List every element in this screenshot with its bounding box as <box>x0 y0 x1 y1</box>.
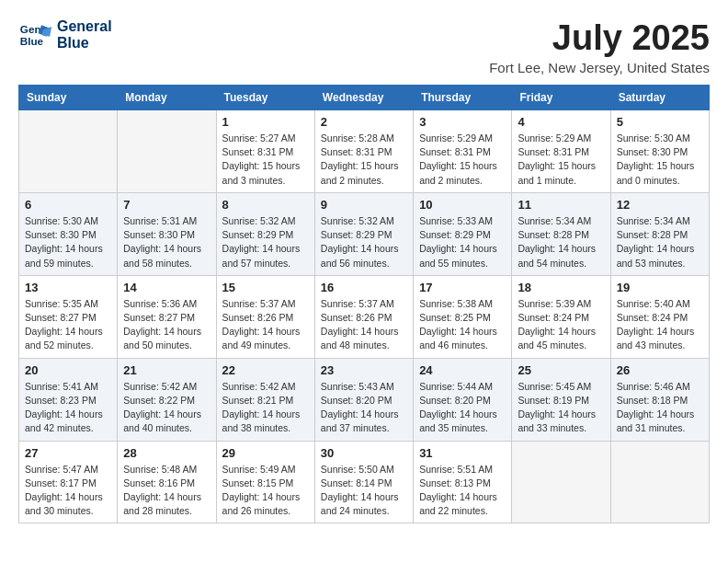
logo-text: GeneralBlue <box>57 18 112 51</box>
day-info: Sunrise: 5:33 AM Sunset: 8:29 PM Dayligh… <box>419 214 506 270</box>
day-number: 18 <box>518 281 604 294</box>
calendar-table: SundayMondayTuesdayWednesdayThursdayFrid… <box>18 85 710 523</box>
day-number: 20 <box>25 363 111 377</box>
day-info: Sunrise: 5:30 AM Sunset: 8:30 PM Dayligh… <box>617 132 703 188</box>
calendar-cell: 23Sunrise: 5:43 AM Sunset: 8:20 PM Dayli… <box>314 358 413 441</box>
day-info: Sunrise: 5:44 AM Sunset: 8:20 PM Dayligh… <box>419 380 506 436</box>
calendar-cell: 2Sunrise: 5:28 AM Sunset: 8:31 PM Daylig… <box>314 110 413 193</box>
calendar-cell: 11Sunrise: 5:34 AM Sunset: 8:28 PM Dayli… <box>512 192 610 275</box>
day-number: 10 <box>419 198 506 212</box>
day-info: Sunrise: 5:32 AM Sunset: 8:29 PM Dayligh… <box>222 214 309 270</box>
day-info: Sunrise: 5:47 AM Sunset: 8:17 PM Dayligh… <box>25 463 111 519</box>
day-info: Sunrise: 5:31 AM Sunset: 8:30 PM Dayligh… <box>123 214 210 270</box>
logo: General Blue GeneralBlue <box>18 18 112 52</box>
day-number: 21 <box>123 363 210 377</box>
calendar-cell <box>19 110 118 193</box>
day-info: Sunrise: 5:40 AM Sunset: 8:24 PM Dayligh… <box>617 297 703 353</box>
weekday-header-monday: Monday <box>118 86 216 110</box>
day-info: Sunrise: 5:48 AM Sunset: 8:16 PM Dayligh… <box>123 463 210 519</box>
calendar-cell: 13Sunrise: 5:35 AM Sunset: 8:27 PM Dayli… <box>19 275 118 358</box>
day-info: Sunrise: 5:42 AM Sunset: 8:21 PM Dayligh… <box>222 380 309 436</box>
day-number: 25 <box>518 363 604 377</box>
day-info: Sunrise: 5:42 AM Sunset: 8:22 PM Dayligh… <box>123 380 210 436</box>
calendar-week-row: 20Sunrise: 5:41 AM Sunset: 8:23 PM Dayli… <box>19 358 710 441</box>
day-info: Sunrise: 5:27 AM Sunset: 8:31 PM Dayligh… <box>222 132 309 188</box>
day-number: 13 <box>25 281 111 294</box>
day-number: 16 <box>321 281 407 294</box>
calendar-cell: 25Sunrise: 5:45 AM Sunset: 8:19 PM Dayli… <box>512 358 610 441</box>
calendar-cell: 26Sunrise: 5:46 AM Sunset: 8:18 PM Dayli… <box>610 358 709 441</box>
weekday-header-thursday: Thursday <box>414 86 512 110</box>
day-number: 22 <box>222 363 309 377</box>
calendar-cell: 6Sunrise: 5:30 AM Sunset: 8:30 PM Daylig… <box>19 192 118 275</box>
day-info: Sunrise: 5:41 AM Sunset: 8:23 PM Dayligh… <box>25 380 111 436</box>
day-info: Sunrise: 5:28 AM Sunset: 8:31 PM Dayligh… <box>321 132 407 188</box>
calendar-cell: 5Sunrise: 5:30 AM Sunset: 8:30 PM Daylig… <box>610 110 709 193</box>
calendar-cell: 14Sunrise: 5:36 AM Sunset: 8:27 PM Dayli… <box>118 275 216 358</box>
day-info: Sunrise: 5:35 AM Sunset: 8:27 PM Dayligh… <box>25 297 111 353</box>
day-number: 17 <box>419 281 506 294</box>
calendar-week-row: 27Sunrise: 5:47 AM Sunset: 8:17 PM Dayli… <box>19 441 710 523</box>
header: General Blue GeneralBlue July 2025 Fort … <box>18 18 710 75</box>
day-number: 3 <box>419 115 506 129</box>
day-info: Sunrise: 5:29 AM Sunset: 8:31 PM Dayligh… <box>419 132 506 188</box>
day-number: 19 <box>617 281 703 294</box>
calendar-week-row: 13Sunrise: 5:35 AM Sunset: 8:27 PM Dayli… <box>19 275 710 358</box>
calendar-cell: 20Sunrise: 5:41 AM Sunset: 8:23 PM Dayli… <box>19 358 118 441</box>
calendar-cell: 4Sunrise: 5:29 AM Sunset: 8:31 PM Daylig… <box>512 110 610 193</box>
day-info: Sunrise: 5:51 AM Sunset: 8:13 PM Dayligh… <box>419 463 506 519</box>
calendar-header: SundayMondayTuesdayWednesdayThursdayFrid… <box>19 86 710 110</box>
weekday-header-wednesday: Wednesday <box>314 86 413 110</box>
day-number: 12 <box>617 198 703 212</box>
title-section: July 2025 Fort Lee, New Jersey, United S… <box>489 18 710 75</box>
day-info: Sunrise: 5:37 AM Sunset: 8:26 PM Dayligh… <box>321 297 407 353</box>
month-title: July 2025 <box>489 18 710 58</box>
calendar-cell: 30Sunrise: 5:50 AM Sunset: 8:14 PM Dayli… <box>314 441 413 523</box>
calendar-cell: 17Sunrise: 5:38 AM Sunset: 8:25 PM Dayli… <box>414 275 512 358</box>
calendar-cell: 28Sunrise: 5:48 AM Sunset: 8:16 PM Dayli… <box>118 441 216 523</box>
calendar-cell <box>610 441 709 523</box>
weekday-header-saturday: Saturday <box>610 86 709 110</box>
calendar-cell: 24Sunrise: 5:44 AM Sunset: 8:20 PM Dayli… <box>414 358 512 441</box>
day-info: Sunrise: 5:37 AM Sunset: 8:26 PM Dayligh… <box>222 297 309 353</box>
weekday-header-sunday: Sunday <box>19 86 118 110</box>
calendar-cell: 19Sunrise: 5:40 AM Sunset: 8:24 PM Dayli… <box>610 275 709 358</box>
calendar-cell <box>512 441 610 523</box>
location-title: Fort Lee, New Jersey, United States <box>489 60 710 75</box>
day-number: 26 <box>617 363 703 377</box>
calendar-cell: 3Sunrise: 5:29 AM Sunset: 8:31 PM Daylig… <box>414 110 512 193</box>
day-info: Sunrise: 5:43 AM Sunset: 8:20 PM Dayligh… <box>321 380 407 436</box>
day-number: 5 <box>617 115 703 129</box>
day-number: 15 <box>222 281 309 294</box>
day-number: 9 <box>321 198 407 212</box>
calendar-cell: 21Sunrise: 5:42 AM Sunset: 8:22 PM Dayli… <box>118 358 216 441</box>
day-number: 11 <box>518 198 604 212</box>
day-number: 2 <box>321 115 407 129</box>
day-number: 27 <box>25 446 111 460</box>
day-info: Sunrise: 5:32 AM Sunset: 8:29 PM Dayligh… <box>321 214 407 270</box>
day-info: Sunrise: 5:30 AM Sunset: 8:30 PM Dayligh… <box>25 214 111 270</box>
calendar-cell: 8Sunrise: 5:32 AM Sunset: 8:29 PM Daylig… <box>216 192 314 275</box>
calendar-cell: 18Sunrise: 5:39 AM Sunset: 8:24 PM Dayli… <box>512 275 610 358</box>
day-info: Sunrise: 5:29 AM Sunset: 8:31 PM Dayligh… <box>518 132 604 188</box>
day-info: Sunrise: 5:39 AM Sunset: 8:24 PM Dayligh… <box>518 297 604 353</box>
day-info: Sunrise: 5:38 AM Sunset: 8:25 PM Dayligh… <box>419 297 506 353</box>
day-info: Sunrise: 5:50 AM Sunset: 8:14 PM Dayligh… <box>321 463 407 519</box>
calendar-week-row: 6Sunrise: 5:30 AM Sunset: 8:30 PM Daylig… <box>19 192 710 275</box>
day-number: 8 <box>222 198 309 212</box>
day-info: Sunrise: 5:34 AM Sunset: 8:28 PM Dayligh… <box>518 214 604 270</box>
day-number: 29 <box>222 446 309 460</box>
day-number: 4 <box>518 115 604 129</box>
logo-icon: General Blue <box>18 18 51 52</box>
day-info: Sunrise: 5:34 AM Sunset: 8:28 PM Dayligh… <box>617 214 703 270</box>
weekday-header-tuesday: Tuesday <box>216 86 314 110</box>
day-info: Sunrise: 5:49 AM Sunset: 8:15 PM Dayligh… <box>222 463 309 519</box>
calendar-week-row: 1Sunrise: 5:27 AM Sunset: 8:31 PM Daylig… <box>19 110 710 193</box>
calendar-cell: 7Sunrise: 5:31 AM Sunset: 8:30 PM Daylig… <box>118 192 216 275</box>
day-info: Sunrise: 5:45 AM Sunset: 8:19 PM Dayligh… <box>518 380 604 436</box>
day-number: 28 <box>123 446 210 460</box>
calendar-cell: 31Sunrise: 5:51 AM Sunset: 8:13 PM Dayli… <box>414 441 512 523</box>
calendar-cell: 22Sunrise: 5:42 AM Sunset: 8:21 PM Dayli… <box>216 358 314 441</box>
calendar-cell: 10Sunrise: 5:33 AM Sunset: 8:29 PM Dayli… <box>414 192 512 275</box>
day-number: 23 <box>321 363 407 377</box>
